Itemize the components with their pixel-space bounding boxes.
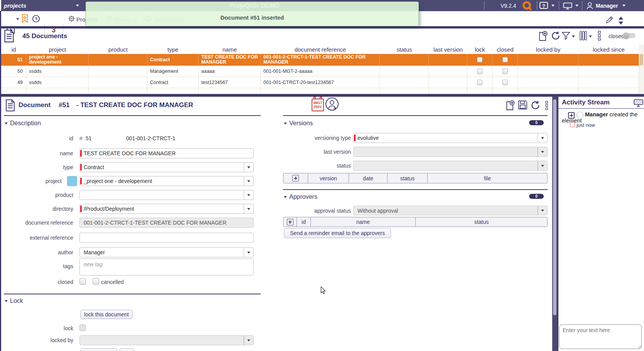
closed-checkbox[interactable] [502,69,508,74]
columns-icon[interactable] [580,31,587,40]
column-header-id[interactable]: id [1,45,26,54]
help-chevron-down-icon[interactable] [551,5,555,7]
lock-checkbox[interactable] [477,80,482,85]
send-reminder-button[interactable]: Send a reminder email to the approvers [284,228,391,238]
partial-button[interactable] [120,348,134,351]
kebab-menu-icon[interactable] [598,31,601,41]
gear-icon[interactable] [68,15,75,22]
refresh-icon[interactable] [550,31,560,40]
closed-checkbox[interactable] [79,278,86,285]
column-header-reference[interactable]: document reference [261,45,380,54]
column-header-locked-by[interactable]: locked by [518,45,578,54]
checkin-document-icon[interactable] [538,31,548,41]
list-scrollbar-thumb[interactable] [640,54,643,65]
closed-checkbox[interactable] [502,80,508,85]
name-input[interactable]: TEST CREATE DOC FOR MANAGER [79,148,254,158]
bookmark-star-icon[interactable] [22,14,28,23]
closed-toggle[interactable] [623,33,636,38]
column-header-name[interactable]: name [199,45,261,54]
locked-by-select [79,335,254,345]
kebab-menu-icon[interactable] [545,101,548,110]
field-label-approval-status: approval status [266,208,351,214]
user-icon[interactable] [586,2,594,10]
type-select[interactable]: Contract [79,162,254,172]
directory-select[interactable]: /Product/Deployment [79,204,254,214]
project-select[interactable]: _project one - developement [79,176,254,186]
column-header-last-version[interactable]: last version [429,45,467,54]
project-value: _project one - developement [84,178,152,184]
history-clock-icon[interactable] [32,14,40,23]
display-chevron-down-icon[interactable] [575,5,578,7]
project-color-swatch[interactable] [67,176,77,186]
column-header-closed[interactable]: closed [492,45,518,54]
product-select[interactable] [79,190,254,200]
versioning-type-select[interactable]: evolutive [353,133,548,143]
cell-status [380,66,429,77]
filter-chevron-down-icon[interactable] [572,35,575,37]
cancelled-checkbox[interactable] [93,278,99,285]
column-header-locked-since[interactable]: locked since [578,45,639,54]
select-chevron-down-icon[interactable] [244,248,253,257]
scroll-down-icon[interactable] [619,22,623,25]
assign-user-avatar-icon[interactable] [325,97,339,111]
select-chevron-down-icon[interactable] [244,190,253,200]
cell-product [89,66,147,77]
help-icon[interactable]: ? [539,2,548,9]
scroll-up-icon[interactable] [619,17,623,20]
select-chevron-down-icon[interactable] [538,133,547,143]
lock-checkbox[interactable] [477,69,482,74]
field-label-author: author [0,249,73,255]
table-row[interactable]: 50 ssdds Management aaaaa 001-001-MGT-2-… [1,66,639,77]
save-icon[interactable] [518,100,528,110]
activity-stream-title: Activity Stream [562,99,610,106]
closed-checkbox[interactable] [502,57,508,62]
columns-chevron-down-icon[interactable] [589,35,592,37]
vertical-scrollbar-thumb[interactable] [553,99,556,315]
section-approvers[interactable]: Approvers [284,193,317,200]
lock-checkbox[interactable] [477,57,482,62]
author-select[interactable]: Manager [79,247,254,257]
required-marker [80,205,82,212]
add-approver-button[interactable] [287,219,293,225]
section-lock[interactable]: Lock [5,297,23,304]
context-chevron-down-icon[interactable] [76,5,79,7]
lock-document-button[interactable]: lock this document [80,310,133,319]
select-chevron-down-icon[interactable] [244,176,253,186]
pencil-icon[interactable] [605,16,614,24]
table-row[interactable]: 49 ssdds Contract test1234567 001-001-CT… [1,77,639,88]
filter-icon[interactable] [561,31,570,40]
column-header-project[interactable]: project [26,45,89,54]
checkin-document-icon[interactable] [505,100,515,110]
creation-date-calendar-icon[interactable]: 09/17 2021 [312,99,324,111]
add-version-button[interactable] [292,175,299,181]
partial-button[interactable] [80,348,117,351]
projeqtor-logo-icon[interactable] [521,0,533,11]
cell-reference: 001-001-MGT-2-aaaaa [261,66,380,77]
column-header-status[interactable]: status [380,45,429,54]
horizontal-splitter[interactable] [0,94,644,97]
activity-header-divider [558,108,644,109]
column-header-product[interactable]: product [89,45,147,54]
context-selector[interactable]: projects [4,2,26,9]
select-chevron-down-icon [244,336,253,345]
refresh-icon[interactable] [530,100,540,110]
section-description[interactable]: Description [5,120,41,127]
column-header-lock[interactable]: lock [467,45,492,54]
table-row[interactable]: 51 project one - developement Contract T… [1,54,639,66]
list-title: 45 Documents [22,32,67,40]
calendar-date-bottom: 2021 [312,105,323,109]
cell-status [380,77,429,88]
quick-add-chevron-down-icon[interactable] [16,18,19,20]
select-chevron-down-icon[interactable] [244,204,253,213]
user-chevron-down-icon[interactable] [622,5,625,7]
list-scrollbar[interactable] [639,45,644,94]
external-reference-input[interactable] [79,233,254,243]
select-chevron-down-icon[interactable] [244,163,253,172]
tags-input[interactable]: new tag [79,259,254,275]
display-monitor-icon[interactable] [563,2,572,10]
activity-comment-input[interactable] [559,324,642,349]
section-versions[interactable]: Versions [284,120,313,127]
screen-monitor-icon[interactable] [634,99,643,107]
column-header-type[interactable]: type [147,45,199,54]
user-menu[interactable]: Manager [596,3,618,9]
